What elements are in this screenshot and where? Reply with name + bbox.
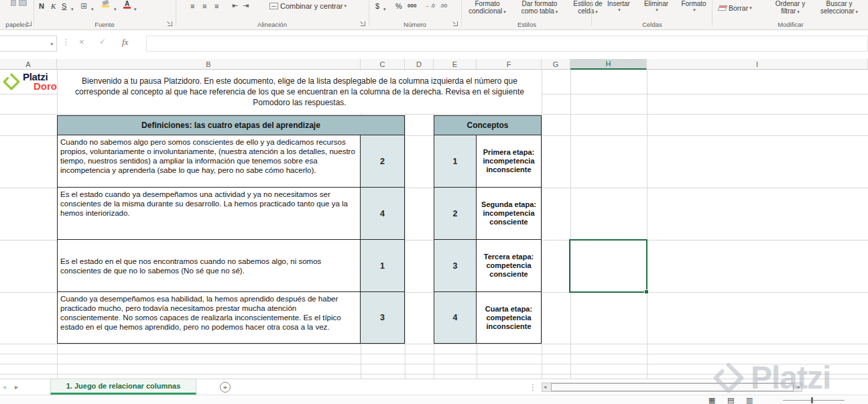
borders-dropdown-icon[interactable]: ▾ xyxy=(91,3,94,15)
column-header-h-selected[interactable]: H xyxy=(570,59,647,70)
cancel-icon[interactable]: × xyxy=(79,37,84,47)
alignment-dialog-launcher-icon[interactable] xyxy=(361,21,365,26)
concepts-table-header[interactable]: Conceptos xyxy=(434,116,541,135)
concept-number-cell[interactable]: 3 xyxy=(434,240,477,291)
currency-dropdown-icon[interactable]: ▾ xyxy=(383,3,386,15)
font-color-dropdown-icon[interactable]: ▾ xyxy=(134,3,137,15)
clipboard-icon[interactable] xyxy=(11,0,16,6)
fill-color-dropdown-icon[interactable]: ▾ xyxy=(114,3,117,15)
delete-cells-button[interactable]: Eliminar▾ xyxy=(638,0,674,17)
align-right-icon[interactable]: ≡ xyxy=(214,0,219,11)
increase-decimal-icon[interactable]: ←.0 xyxy=(425,0,435,11)
page-break-view-icon[interactable]: ▥ xyxy=(746,396,753,404)
font-color-button[interactable]: A xyxy=(123,0,131,11)
concept-row: 1 Primera etapa: incompetencia inconscie… xyxy=(434,135,541,188)
decrease-decimal-icon[interactable]: .00 xyxy=(440,0,447,11)
tab-splitter-icon[interactable]: ⋮ xyxy=(529,383,537,392)
sheet-nav-right-icon[interactable]: ▸ xyxy=(15,383,18,391)
group-separator xyxy=(712,0,712,26)
italic-button[interactable]: K xyxy=(51,0,56,11)
scroll-left-icon[interactable]: ◂ xyxy=(544,384,546,390)
increase-indent-icon[interactable]: ⇥ xyxy=(243,0,249,11)
definitions-table: Definiciones: las cuatro etapas del apre… xyxy=(57,115,405,344)
concept-row: 3 Tercera etapa: competencia consciente xyxy=(434,240,541,292)
insert-cells-button[interactable]: Insertar▾ xyxy=(601,0,637,17)
column-header-d[interactable]: D xyxy=(405,59,434,70)
normal-view-icon[interactable]: ▦ xyxy=(708,396,715,404)
formula-bar: ▾ ⋮ × ✓ fx xyxy=(0,30,868,54)
format-cells-button[interactable]: Formato▾ xyxy=(676,0,712,17)
fill-color-button[interactable] xyxy=(102,0,109,11)
number-dialog-launcher-icon[interactable] xyxy=(453,21,458,26)
underline-dropdown-icon[interactable]: ▾ xyxy=(71,3,74,15)
conditional-formatting-button[interactable]: Formato condicional▾ xyxy=(462,0,512,15)
column-header-g[interactable]: G xyxy=(542,59,570,70)
insert-function-button[interactable]: fx xyxy=(122,37,128,48)
format-as-table-button[interactable]: Dar formato como tabla▾ xyxy=(513,0,566,15)
concept-number-cell[interactable]: 2 xyxy=(434,188,477,239)
borders-icon[interactable]: ⊞ xyxy=(80,0,87,11)
definition-cell[interactable]: Cuando no sabemos algo pero somos consci… xyxy=(58,135,361,187)
answer-cell[interactable]: 2 xyxy=(361,135,404,187)
formula-bar-splitter-icon[interactable]: ⋮ xyxy=(62,37,70,47)
dropdown-icon: ▾ xyxy=(618,7,621,12)
clear-button[interactable]: Borrar▾ xyxy=(719,2,752,13)
column-header-i[interactable]: I xyxy=(647,59,868,70)
currency-format-button[interactable]: $ xyxy=(375,0,379,11)
active-sheet-tab[interactable]: 1. Juego de relacionar columnas xyxy=(50,379,196,395)
dropdown-icon: ▾ xyxy=(556,9,558,14)
concept-cell[interactable]: Tercera etapa: competencia consciente xyxy=(477,240,541,291)
align-left-icon[interactable]: ≡ xyxy=(190,0,194,11)
thousands-format-button[interactable]: 000 xyxy=(408,0,416,11)
column-header-e[interactable]: E xyxy=(434,59,477,70)
name-box-dropdown-icon[interactable]: ▾ xyxy=(50,42,53,46)
column-header-f[interactable]: F xyxy=(477,59,542,70)
horizontal-scrollbar[interactable]: ◂ ▸ xyxy=(542,383,802,392)
enter-icon[interactable]: ✓ xyxy=(99,37,106,46)
gridline-h xyxy=(0,374,868,375)
page-layout-view-icon[interactable]: ▤ xyxy=(727,396,734,404)
definition-cell[interactable]: Es el estado en el que nos encontramos c… xyxy=(58,240,361,291)
find-select-button[interactable]: Buscar y seleccionar▾ xyxy=(814,0,865,15)
sort-filter-button[interactable]: Ordenar y filtrar▾ xyxy=(768,0,812,15)
column-header-b[interactable]: B xyxy=(57,59,361,70)
answer-cell[interactable]: 3 xyxy=(361,292,404,343)
definition-cell[interactable]: Es el estado cuando ya desempeñamos una … xyxy=(58,188,361,239)
underline-button[interactable]: S xyxy=(62,0,66,11)
selected-cell[interactable] xyxy=(569,239,647,293)
definitions-table-header[interactable]: Definiciones: las cuatro etapas del apre… xyxy=(58,116,404,135)
scroll-right-icon[interactable]: ▸ xyxy=(798,384,800,390)
format-painter-icon[interactable] xyxy=(19,0,27,6)
instructions-cell[interactable]: Bienvenido a tu pausa Platzidoro. En est… xyxy=(58,70,542,113)
status-bar: ▦ ▤ ▥ xyxy=(0,395,868,404)
scrollbar-thumb[interactable] xyxy=(551,383,794,391)
formula-input[interactable] xyxy=(146,36,868,52)
answer-cell[interactable]: 4 xyxy=(361,188,404,239)
zoom-slider[interactable] xyxy=(783,400,845,401)
concept-cell[interactable]: Segunda etapa: incompetencia consciente xyxy=(477,188,541,239)
merge-center-button[interactable]: Combinar y centrar▾ xyxy=(269,0,347,11)
column-header-a[interactable]: A xyxy=(0,59,57,70)
gridline-h xyxy=(0,344,868,344)
sheet-nav-left-icon[interactable]: ◂ xyxy=(3,383,6,391)
fill-handle[interactable] xyxy=(644,289,649,294)
add-sheet-button[interactable]: + xyxy=(220,382,231,393)
column-header-c[interactable]: C xyxy=(361,59,405,70)
concept-number-cell[interactable]: 1 xyxy=(434,135,477,187)
zoom-slider-thumb[interactable] xyxy=(811,397,813,403)
decrease-indent-icon[interactable]: ⇤ xyxy=(232,0,238,11)
definitions-row: Es el estado en el que nos encontramos c… xyxy=(58,240,404,292)
name-box[interactable]: ▾ xyxy=(0,36,57,52)
gridline-h xyxy=(0,364,868,364)
align-center-icon[interactable]: ≡ xyxy=(202,0,206,11)
platzi-logo-icon xyxy=(2,72,21,91)
bold-button[interactable]: N xyxy=(39,0,44,11)
percent-format-button[interactable]: % xyxy=(395,0,402,11)
concept-cell[interactable]: Cuarta etapa: competencia inconsciente xyxy=(477,292,541,343)
definition-cell[interactable]: Cuando ya desempeñamos esa habilidad, la… xyxy=(58,292,361,343)
concept-cell[interactable]: Primera etapa: incompetencia inconscient… xyxy=(477,135,541,187)
answer-cell[interactable]: 1 xyxy=(361,240,404,291)
clipboard-dialog-launcher-icon[interactable] xyxy=(27,21,32,26)
font-dialog-launcher-icon[interactable] xyxy=(168,21,172,26)
concept-number-cell[interactable]: 4 xyxy=(434,292,477,343)
